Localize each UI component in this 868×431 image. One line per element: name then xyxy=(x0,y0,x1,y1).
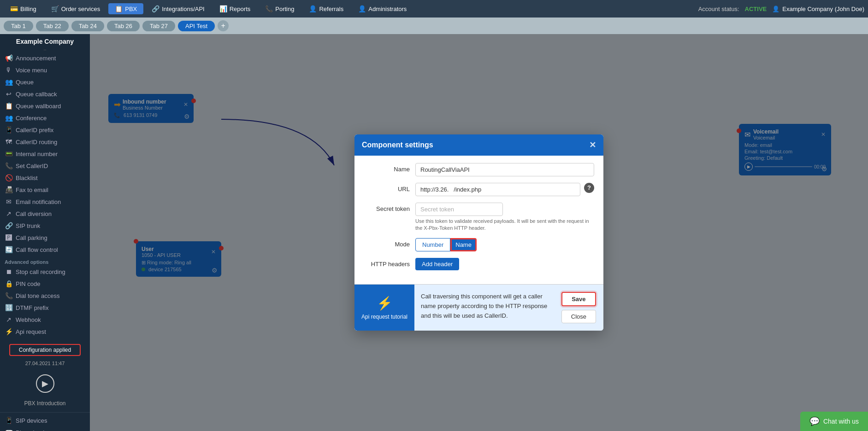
modal-close-button[interactable]: ✕ xyxy=(589,140,596,150)
status-badge: ACTIVE xyxy=(745,6,767,12)
nav-pbx[interactable]: 📋 PBX xyxy=(108,3,143,14)
url-help-icon[interactable]: ? xyxy=(584,183,594,193)
api-tutorial-text: Call traversing this component will get … xyxy=(414,285,554,331)
api-request-icon: ⚡ xyxy=(5,328,13,335)
sidebar-divider xyxy=(0,412,90,413)
callerid-routing-icon: 🗺 xyxy=(5,138,13,146)
sidebar-item-queue-wallboard[interactable]: 📋 Queue wallboard xyxy=(0,100,90,112)
secret-label: Secret token xyxy=(364,203,410,212)
sidebar-item-stop-recording[interactable]: ⏹ Stop call recording xyxy=(0,266,90,278)
sidebar-item-api-request[interactable]: ⚡ Api request xyxy=(0,326,90,338)
nav-referrals[interactable]: 👤 Referrals xyxy=(302,3,350,14)
sidebar: Example Company – 📢 Announcement 🎙 Voice… xyxy=(0,34,90,431)
dial-tone-icon: 📞 xyxy=(5,292,13,299)
sidebar-item-dtmf-prefix[interactable]: 🔢 DTMF prefix xyxy=(0,302,90,314)
set-callerid-icon: 📞 xyxy=(5,162,13,169)
callerid-prefix-icon: 📱 xyxy=(5,126,13,134)
nav-integrations[interactable]: 🔗 Integrations/API xyxy=(145,3,211,14)
modal-body: Name URL ? Secret token xyxy=(354,156,603,285)
tab-27[interactable]: Tab 27 xyxy=(142,21,175,31)
sidebar-item-email-notification[interactable]: ✉ Email notification xyxy=(0,196,90,208)
sidebar-item-announcement[interactable]: 📢 Announcement xyxy=(0,52,90,64)
modal-bottom: ⚡ Api request tutorial Call traversing t… xyxy=(354,284,603,331)
sidebar-item-internal-number[interactable]: 📟 Internal number xyxy=(0,148,90,160)
sidebar-item-sip-devices[interactable]: 📱 SIP devices xyxy=(0,414,90,426)
nav-administrators[interactable]: 👤 Administrators xyxy=(352,3,413,14)
url-input[interactable] xyxy=(415,183,580,196)
secret-hint: Use this token to validate received payl… xyxy=(415,218,594,232)
chat-widget[interactable]: 💬 Chat with us xyxy=(800,412,868,431)
sidebar-item-set-callerid[interactable]: 📞 Set CallerID xyxy=(0,160,90,172)
reports-icon: 📊 xyxy=(219,5,227,12)
sidebar-item-callerid-routing[interactable]: 🗺 CallerID routing xyxy=(0,136,90,148)
sidebar-item-queue-callback[interactable]: ↩ Queue callback xyxy=(0,88,90,100)
sidebar-item-pin-code[interactable]: 🔒 PIN code xyxy=(0,278,90,290)
chat-widget-label: Chat with us xyxy=(823,418,859,425)
call-flow-icon: 🔄 xyxy=(5,246,13,253)
queue-icon: 👥 xyxy=(5,78,13,86)
top-navigation: 💳 Billing 🛒 Order services 📋 PBX 🔗 Integ… xyxy=(0,0,868,17)
mode-number-button[interactable]: Number xyxy=(415,238,450,251)
name-input[interactable] xyxy=(415,163,594,176)
name-label: Name xyxy=(364,163,410,173)
dtmf-icon: 🔢 xyxy=(5,304,13,311)
sidebar-item-queue[interactable]: 👥 Queue xyxy=(0,76,90,88)
nav-reports[interactable]: 📊 Reports xyxy=(213,3,257,14)
url-label: URL xyxy=(364,183,410,192)
mode-label: Mode xyxy=(364,238,410,248)
pin-icon: 🔒 xyxy=(5,280,13,287)
sidebar-item-callerid-prefix[interactable]: 📱 CallerID prefix xyxy=(0,124,90,136)
nav-porting[interactable]: 📞 Porting xyxy=(259,3,301,14)
phonebooks-icon: 📖 xyxy=(5,429,13,431)
secret-token-input[interactable] xyxy=(415,203,503,216)
name-row: Name xyxy=(364,163,594,176)
sidebar-item-sip-trunk[interactable]: 🔗 SIP trunk xyxy=(0,220,90,232)
component-settings-modal: Component settings ✕ Name URL ? xyxy=(354,134,603,331)
save-button[interactable]: Save xyxy=(561,292,596,306)
api-icon: ⚡ xyxy=(377,296,393,311)
account-info: Account status: ACTIVE 👤 Example Company… xyxy=(698,6,864,12)
referrals-icon: 👤 xyxy=(309,5,317,12)
modal-actions: Save Close xyxy=(554,285,603,331)
nav-order-services[interactable]: 🛒 Order services xyxy=(45,3,107,14)
close-button[interactable]: Close xyxy=(561,310,596,323)
admin-icon: 👤 xyxy=(358,5,366,12)
secret-group: Use this token to validate received payl… xyxy=(415,203,594,232)
config-date: 27.04.2021 11:47 xyxy=(5,360,85,367)
nav-billing[interactable]: 💳 Billing xyxy=(4,3,43,14)
http-headers-label: HTTP headers xyxy=(364,258,410,268)
wallboard-icon: 📋 xyxy=(5,102,13,110)
blacklist-icon: 🚫 xyxy=(5,174,13,181)
tab-24[interactable]: Tab 24 xyxy=(71,21,104,31)
announcement-icon: 📢 xyxy=(5,54,13,62)
sidebar-item-voicemenu[interactable]: 🎙 Voice menu xyxy=(0,64,90,76)
sidebar-item-phonebooks[interactable]: 📖 Phonebooks xyxy=(0,426,90,431)
user-avatar-icon: 👤 xyxy=(772,6,779,12)
parking-icon: 🅿 xyxy=(5,234,13,241)
tab-26[interactable]: Tab 26 xyxy=(107,21,140,31)
voicemenu-icon: 🎙 xyxy=(5,66,13,74)
sidebar-item-fax-email[interactable]: 📠 Fax to email xyxy=(0,184,90,196)
sidebar-item-dial-tone[interactable]: 📞 Dial tone access xyxy=(0,290,90,302)
scroll-indicator: – xyxy=(0,47,90,52)
company-name: Example Company xyxy=(0,34,90,47)
add-tab-button[interactable]: + xyxy=(218,20,229,31)
porting-icon: 📞 xyxy=(265,5,273,12)
sidebar-item-webhook[interactable]: ↗ Webhook xyxy=(0,314,90,326)
internal-number-icon: 📟 xyxy=(5,150,13,157)
email-notif-icon: ✉ xyxy=(5,198,13,205)
pbx-intro-play-button[interactable]: ▶ xyxy=(36,374,54,393)
tab-22[interactable]: Tab 22 xyxy=(36,21,69,31)
sidebar-item-blacklist[interactable]: 🚫 Blacklist xyxy=(0,172,90,184)
mode-name-button[interactable]: Name xyxy=(450,238,477,251)
add-header-button[interactable]: Add header xyxy=(415,258,459,270)
sip-trunk-icon: 🔗 xyxy=(5,222,13,229)
integrations-icon: 🔗 xyxy=(152,5,159,12)
sidebar-item-call-diversion[interactable]: ↗ Call diversion xyxy=(0,208,90,220)
sidebar-item-call-parking[interactable]: 🅿 Call parking xyxy=(0,232,90,244)
sidebar-item-conference[interactable]: 👥 Conference xyxy=(0,112,90,124)
tab-1[interactable]: Tab 1 xyxy=(4,21,33,31)
tab-api-test[interactable]: API Test xyxy=(178,21,215,31)
sidebar-item-call-flow-control[interactable]: 🔄 Call flow control xyxy=(0,244,90,256)
cart-icon: 🛒 xyxy=(51,5,59,12)
